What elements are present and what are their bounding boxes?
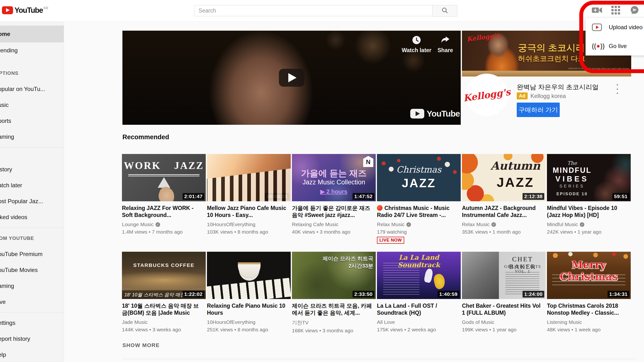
video-channel[interactable]: Jade Music [122,319,206,325]
thumbnail-overlay-fj-en: Jazz Music Collection [292,179,376,186]
messages-button[interactable] [625,3,644,18]
sidebar-item[interactable]: iked videos [0,209,64,225]
create-video-button[interactable] [588,3,606,18]
sidebar-item[interactable]: ouTube Premium [0,246,64,262]
sidebar-item[interactable]: ost Popular Jaz... [0,193,64,209]
sidebar-item[interactable]: istory [0,161,64,177]
search-button[interactable] [432,5,457,17]
video-title[interactable]: Mindful Vibes - Episode 10 (Jazz Hop Mix… [547,205,631,219]
video-meta: 353K views • 1 month ago [462,229,546,235]
video-thumbnail[interactable]: 제이슨 므라즈 히트곡2시간33분2:33:50 [292,252,376,299]
video-channel[interactable]: Relaxing Cafe Music [292,222,376,227]
youtube-logo[interactable]: YouTube KR [2,6,48,14]
sidebar-item[interactable]: atch later [0,177,64,193]
video-thumbnail[interactable]: 가을에 듣는 재즈Jazz Music Collection▶ 2 hoursN… [292,154,376,201]
video-title[interactable]: Chet Baker - Greatest Hits Vol 1 (FULL A… [462,302,546,316]
video-channel[interactable]: Mindful Music✓ [547,222,631,227]
video-thumbnail[interactable]: CHET BAKERGREATEST HITS VOL. 11:24:00 [462,252,546,299]
video-thumbnail[interactable]: AutumnJAZZ2:12:38 [462,154,546,201]
sidebar-item[interactable]: ports [0,113,64,129]
sidebar-item[interactable]: ome [0,25,64,42]
search-input[interactable] [194,5,432,16]
show-more-button[interactable]: SHOW MORE [122,342,160,349]
featured-video-player[interactable]: Watch later Share YouTube [122,31,461,125]
sidebar-item-label: elp [0,351,6,358]
share-button[interactable]: Share [430,35,461,53]
video-thumbnail[interactable]: ChristmasJAZZ [377,154,461,201]
video-channel[interactable]: All Love [377,319,461,325]
video-card: 제이슨 므라즈 히트곡2시간33분2:33:50제이슨 므라즈 히트곡 모음, … [292,252,376,334]
video-title[interactable]: La La Land - Full OST / Soundtrack (HQ) [377,302,461,316]
advertiser-avatar[interactable]: Kellogg's [466,74,508,116]
apps-grid-button[interactable] [606,3,625,18]
video-duration: 2:33:50 [352,291,374,298]
video-title[interactable]: Autumn JAZZ - Background Instrumental Ca… [462,205,546,219]
video-title[interactable]: Mellow Jazz Piano Cafe Music 10 Hours - … [207,205,291,219]
ad-headline-1: 궁극의 초코시리 [518,42,585,54]
menu-item-upload-video[interactable]: Upload video [586,18,644,37]
video-thumbnail[interactable]: 10:00:01 [207,252,291,299]
sidebar-item[interactable]: aming [0,129,64,145]
video-card: ChristmasJAZZChristmas Music - Music Rad… [377,154,461,244]
video-meta: 175K views • 2 weeks ago [377,327,461,333]
thumbnail-overlay-mv-l2: VIBES [547,175,597,183]
video-title[interactable]: 18' 10월 스타벅스 음악 매장 브금(BGM) 모음 |Jade Musi… [122,302,206,316]
messages-icon [630,5,640,16]
play-button[interactable] [279,69,304,87]
video-title[interactable]: 가을에 듣기 좋은 감미로운 재즈음악 #Sweet jazz #jazz... [292,205,376,219]
sidebar-item[interactable]: rending [0,42,64,58]
sidebar-item[interactable]: ive [0,294,64,310]
video-duration: 10:00:01 [265,193,289,200]
video-thumbnail[interactable]: TheMINDFULVIBESSERIESEPISODE 1059:51 [547,154,631,201]
advertiser-name[interactable]: Kellogg korea [530,93,566,99]
thumbnail-overlay-cj-big: JAZZ [377,176,461,190]
video-thumbnail[interactable]: 10:00:01 [207,154,291,201]
sidebar-item[interactable]: eport history [0,331,64,347]
video-thumbnail[interactable]: La La Land Soundtrack1:40:59 [377,252,461,299]
video-channel[interactable]: 10HoursOfEverything [207,319,291,325]
thumbnail-overlay-au-big: JAZZ [487,175,544,190]
sidebar-item-label: iked videos [0,214,27,221]
video-channel[interactable]: Relax Music✓ [377,222,461,227]
sidebar-item[interactable]: ouTube Movies [0,262,64,278]
sidebar-item[interactable]: opular on YouTu... [0,81,64,97]
sidebar-item-label: ome [0,31,10,37]
youtube-play-icon [2,6,13,14]
video-title[interactable]: 제이슨 므라즈 히트곡 모음, 카페에서 듣기 좋은 음악, 세계... [292,302,376,316]
ad-overflow-menu[interactable] [614,84,621,94]
clock-icon [412,41,421,45]
video-meta: 168K views • 3 months ago [292,328,376,334]
video-channel[interactable]: 10HoursOfEverything [207,222,291,227]
sidebar-divider [0,312,64,313]
ad-title[interactable]: 완벽남 차은우의 초코시리얼 [517,83,598,91]
sidebar-item[interactable]: ettings [0,315,64,331]
video-channel[interactable]: 기찬TV [292,319,376,326]
sidebar-spacer [0,58,64,65]
video-card: STARBUCKS COFFEE18' 10월 스타벅스 음악 매장 브금(1:… [122,252,206,334]
sidebar-item[interactable]: aming [0,278,64,294]
video-duration: 2:01:47 [182,193,204,200]
video-channel[interactable]: Gods of Music [462,319,546,325]
menu-item-go-live[interactable]: (()) Go live [586,37,644,55]
video-channel[interactable]: Relax Music✓ [462,222,546,227]
video-meta: 251K views • 8 months ago [207,327,291,333]
go-live-icon: (()) [592,42,604,50]
video-thumbnail[interactable]: WORK JAZZ2:01:47 [122,154,206,201]
video-channel[interactable]: Lounge Music✓ [122,222,206,227]
video-channel[interactable]: Listening Music [547,319,631,325]
video-title[interactable]: Relaxing JAZZ For WORK - Soft Background… [122,205,206,219]
video-thumbnail[interactable]: STARBUCKS COFFEE18' 10월 스타벅스 음악 매장 브금(1:… [122,252,206,299]
sidebar-item[interactable]: elp [0,347,64,362]
video-thumbnail[interactable]: Merry Christmas1:34:31 [547,252,631,299]
video-title[interactable]: Top Christmas Carols 2018 Nonstop Medley… [547,302,631,316]
video-card: 10:00:01Mellow Jazz Piano Cafe Music 10 … [207,154,291,244]
video-row-1: WORK JAZZ2:01:47Relaxing JAZZ For WORK -… [122,154,631,244]
video-title[interactable]: Relaxing Cafe Piano Music 10 Hours [207,302,291,316]
sidebar-item[interactable]: usic [0,97,64,113]
ad-cta-button[interactable]: 구매하러 가기 [517,103,560,117]
video-title[interactable]: Christmas Music - Music Radio 24/7 Live … [377,205,461,219]
video-card: La La Land Soundtrack1:40:59La La Land -… [377,252,461,334]
thumbnail-overlay-mv-l1: MINDFUL [547,166,597,175]
thumbnail-overlay-wj-text: WORK JAZZ [122,160,206,171]
video-duration: 59:51 [612,193,629,200]
